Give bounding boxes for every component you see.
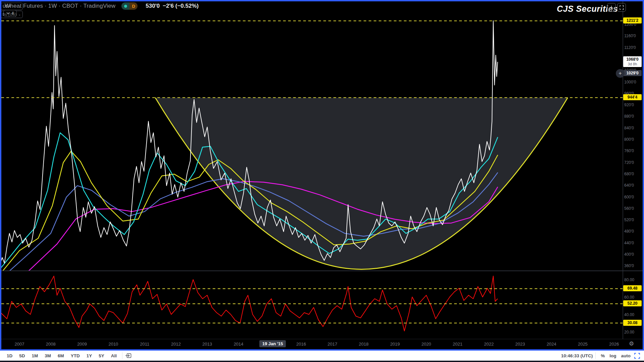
range-button-5d[interactable]: 5D — [16, 353, 28, 359]
chevron-down-icon: ⌄ — [18, 13, 21, 16]
bottom-toolbar: 1D5D1M3M6MYTD1Y5YAll 10:46:33 (UTC) % lo… — [0, 351, 644, 361]
year-label[interactable]: 2022 — [484, 342, 494, 347]
clock-utc[interactable]: 10:46:33 (UTC) — [561, 353, 593, 358]
visibility-dot-icon — [121, 2, 129, 10]
daily-interval-icon: D — [129, 2, 138, 10]
add-alert-plus-button[interactable]: + — [616, 69, 625, 78]
price-tick: 880'0 — [624, 114, 634, 119]
year-label[interactable]: 2024 — [547, 342, 556, 347]
range-button-1d[interactable]: 1D — [4, 353, 15, 359]
go-to-date-button[interactable] — [125, 353, 132, 359]
year-label[interactable]: 2019 — [390, 342, 400, 347]
price-tick: 720'0 — [624, 160, 634, 165]
percent-scale-button[interactable]: % — [598, 353, 607, 359]
year-label[interactable]: 2016 — [296, 342, 306, 347]
price-axis[interactable]: 1200'01160'01120'01080'01040'01000'0960'… — [623, 1, 643, 339]
chart-legend: Wheat Futures · 1W · CBOT · TradingView … — [5, 2, 199, 10]
range-button-ytd[interactable]: YTD — [68, 353, 83, 359]
rsi-tick: 40.00 — [624, 312, 634, 317]
frame-border-right — [643, 0, 644, 351]
toolbar-divider — [595, 352, 596, 359]
cup-pattern-fill — [155, 98, 568, 269]
frame-border-left — [0, 0, 1, 351]
rsi-tick: 80.00 — [624, 278, 634, 282]
frame-border-top — [0, 0, 644, 1]
year-label[interactable]: 2017 — [328, 342, 337, 347]
year-label[interactable]: 2012 — [171, 342, 181, 347]
price-tick: 600'0 — [624, 195, 634, 199]
price-tick: 560'0 — [624, 206, 634, 211]
year-label[interactable]: 2018 — [359, 342, 369, 347]
fullscreen-button[interactable] — [617, 3, 626, 12]
price-level-label: 1211'2 — [623, 17, 642, 23]
price-tick: 360'0 — [624, 263, 634, 268]
year-label[interactable]: 2007 — [15, 342, 24, 347]
maximize-pane-button[interactable] — [634, 353, 640, 359]
year-label[interactable]: 2009 — [77, 342, 87, 347]
range-button-5y[interactable]: 5Y — [96, 353, 107, 359]
price-tick: 520'0 — [624, 218, 634, 222]
chart-canvas[interactable] — [0, 0, 644, 351]
price-tick: 400'0 — [624, 252, 634, 257]
price-tick: 760'0 — [624, 148, 634, 153]
price-tick: 640'0 — [624, 183, 634, 188]
time-axis[interactable]: 2007200820092010201120122013201420162017… — [1, 339, 643, 349]
range-button-3m[interactable]: 3M — [42, 353, 54, 359]
chevron-down-icon — [6, 12, 10, 14]
tradingview-chart-window: Wheat Futures · 1W · CBOT · TradingView … — [0, 0, 644, 362]
time-marker-badge: 19 Jan '15 — [259, 340, 286, 347]
year-label[interactable]: 2020 — [421, 342, 431, 347]
interval-badge[interactable]: D — [121, 2, 138, 10]
corner-brackets-icon — [634, 353, 640, 359]
range-buttons: 1D5D1M3M6MYTD1Y5YAll — [0, 353, 119, 359]
year-label[interactable]: 2025 — [578, 342, 588, 347]
year-label[interactable]: 2021 — [453, 342, 463, 347]
rsi-tick: 60.00 — [624, 295, 634, 300]
price-tick: 480'0 — [624, 229, 634, 234]
symbol-title[interactable]: Wheat Futures · 1W · CBOT · TradingView — [5, 3, 115, 9]
range-button-all[interactable]: All — [108, 353, 119, 359]
fullscreen-frame-icon — [620, 5, 624, 10]
rsi-level-label: 69.48 — [623, 285, 642, 291]
crosshair-price-label: 1029'0 — [623, 70, 642, 76]
year-label[interactable]: 2011 — [140, 342, 149, 347]
year-label[interactable]: 2008 — [46, 342, 56, 347]
download-arrow-icon — [609, 5, 613, 10]
price-tick: 1160'0 — [624, 34, 636, 38]
legend-collapse-button[interactable]: 4 — [3, 10, 17, 17]
rsi-level-label: 52.20 — [623, 300, 642, 306]
log-scale-button[interactable]: log — [607, 353, 619, 359]
toolbar-divider — [122, 352, 122, 359]
last-price-value: 1068'0 — [626, 57, 638, 62]
year-label[interactable]: 2013 — [202, 342, 212, 347]
year-label[interactable]: 2026 — [609, 342, 619, 347]
price-readout: 530'0 −2'6 (−0.52%) — [146, 3, 199, 9]
year-label[interactable]: 2010 — [108, 342, 118, 347]
last-price-label: 1068'03d 8h — [623, 56, 642, 67]
price-tick: 1000'0 — [624, 80, 636, 84]
chart-region: Wheat Futures · 1W · CBOT · TradingView … — [0, 0, 644, 351]
auto-scale-button[interactable]: auto — [619, 353, 633, 359]
bar-countdown: 3d 8h — [623, 62, 642, 66]
rsi-level-label: 30.08 — [623, 320, 642, 326]
range-button-1m[interactable]: 1M — [29, 353, 41, 359]
window-bottom-edge — [0, 361, 644, 362]
frame-border-bottom — [0, 349, 644, 351]
go-to-date-icon — [125, 353, 132, 359]
last-price-value: 530'0 — [146, 3, 160, 9]
rsi-tick: 20.00 — [624, 330, 634, 335]
price-tick: 840'0 — [624, 126, 634, 130]
axis-settings-gear-icon[interactable]: ⚙ — [629, 340, 634, 347]
year-label[interactable]: 2023 — [515, 342, 525, 347]
range-button-6m[interactable]: 6M — [55, 353, 67, 359]
price-change-value: −2'6 (−0.52%) — [163, 3, 199, 9]
hidden-indicator-count: 4 — [11, 11, 14, 16]
price-tick: 440'0 — [624, 241, 634, 245]
price-tick: 800'0 — [624, 137, 634, 142]
year-label[interactable]: 2014 — [234, 342, 244, 347]
price-level-label: 944'4 — [623, 94, 642, 100]
price-tick: 680'0 — [624, 172, 634, 176]
price-tick: 920'0 — [624, 103, 634, 107]
download-button[interactable] — [607, 3, 616, 12]
range-button-1y[interactable]: 1Y — [84, 353, 95, 359]
